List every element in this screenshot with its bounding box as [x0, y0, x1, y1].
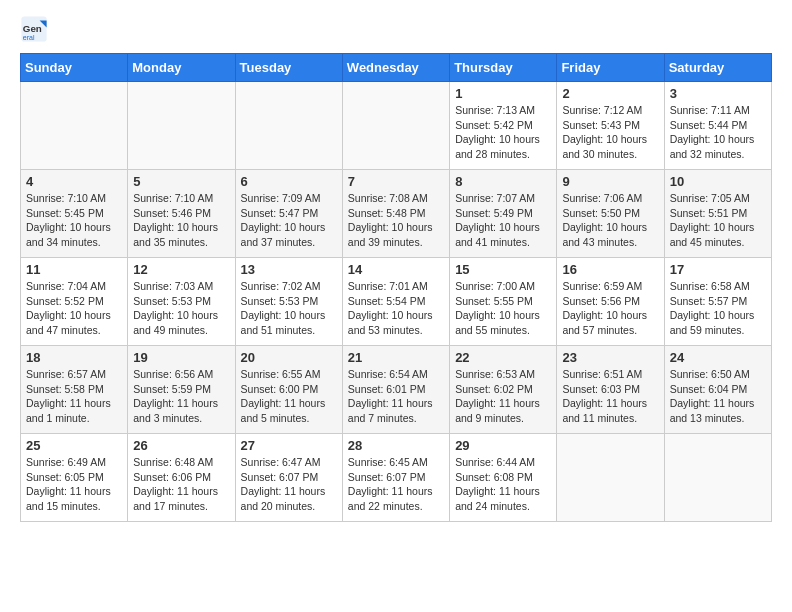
day-info: Sunrise: 7:07 AMSunset: 5:49 PMDaylight:… [455, 191, 551, 250]
day-number: 6 [241, 174, 337, 189]
calendar-cell [21, 82, 128, 170]
day-info: Sunrise: 7:01 AMSunset: 5:54 PMDaylight:… [348, 279, 444, 338]
day-info: Sunrise: 7:09 AMSunset: 5:47 PMDaylight:… [241, 191, 337, 250]
svg-text:Gen: Gen [23, 23, 42, 34]
day-info: Sunrise: 6:45 AMSunset: 6:07 PMDaylight:… [348, 455, 444, 514]
day-info: Sunrise: 7:13 AMSunset: 5:42 PMDaylight:… [455, 103, 551, 162]
calendar-cell: 16Sunrise: 6:59 AMSunset: 5:56 PMDayligh… [557, 258, 664, 346]
day-info: Sunrise: 6:49 AMSunset: 6:05 PMDaylight:… [26, 455, 122, 514]
calendar-cell: 15Sunrise: 7:00 AMSunset: 5:55 PMDayligh… [450, 258, 557, 346]
day-number: 22 [455, 350, 551, 365]
logo: Gen eral [20, 15, 52, 43]
day-info: Sunrise: 7:10 AMSunset: 5:45 PMDaylight:… [26, 191, 122, 250]
calendar-cell: 25Sunrise: 6:49 AMSunset: 6:05 PMDayligh… [21, 434, 128, 522]
day-info: Sunrise: 6:47 AMSunset: 6:07 PMDaylight:… [241, 455, 337, 514]
calendar-cell: 2Sunrise: 7:12 AMSunset: 5:43 PMDaylight… [557, 82, 664, 170]
day-number: 23 [562, 350, 658, 365]
calendar-cell: 21Sunrise: 6:54 AMSunset: 6:01 PMDayligh… [342, 346, 449, 434]
day-info: Sunrise: 6:59 AMSunset: 5:56 PMDaylight:… [562, 279, 658, 338]
day-number: 27 [241, 438, 337, 453]
calendar-cell: 7Sunrise: 7:08 AMSunset: 5:48 PMDaylight… [342, 170, 449, 258]
svg-text:eral: eral [23, 34, 35, 41]
day-info: Sunrise: 7:06 AMSunset: 5:50 PMDaylight:… [562, 191, 658, 250]
day-number: 19 [133, 350, 229, 365]
calendar-week-row: 4Sunrise: 7:10 AMSunset: 5:45 PMDaylight… [21, 170, 772, 258]
column-header-tuesday: Tuesday [235, 54, 342, 82]
calendar-cell: 22Sunrise: 6:53 AMSunset: 6:02 PMDayligh… [450, 346, 557, 434]
day-number: 25 [26, 438, 122, 453]
day-info: Sunrise: 7:08 AMSunset: 5:48 PMDaylight:… [348, 191, 444, 250]
day-number: 15 [455, 262, 551, 277]
column-header-wednesday: Wednesday [342, 54, 449, 82]
day-number: 21 [348, 350, 444, 365]
day-number: 17 [670, 262, 766, 277]
calendar-cell: 27Sunrise: 6:47 AMSunset: 6:07 PMDayligh… [235, 434, 342, 522]
calendar-week-row: 1Sunrise: 7:13 AMSunset: 5:42 PMDaylight… [21, 82, 772, 170]
day-number: 3 [670, 86, 766, 101]
calendar-cell [557, 434, 664, 522]
day-number: 29 [455, 438, 551, 453]
calendar-cell: 1Sunrise: 7:13 AMSunset: 5:42 PMDaylight… [450, 82, 557, 170]
page-header: Gen eral [20, 15, 772, 43]
calendar-table: SundayMondayTuesdayWednesdayThursdayFrid… [20, 53, 772, 522]
day-info: Sunrise: 6:44 AMSunset: 6:08 PMDaylight:… [455, 455, 551, 514]
calendar-cell: 9Sunrise: 7:06 AMSunset: 5:50 PMDaylight… [557, 170, 664, 258]
calendar-cell: 13Sunrise: 7:02 AMSunset: 5:53 PMDayligh… [235, 258, 342, 346]
calendar-cell: 29Sunrise: 6:44 AMSunset: 6:08 PMDayligh… [450, 434, 557, 522]
calendar-cell: 12Sunrise: 7:03 AMSunset: 5:53 PMDayligh… [128, 258, 235, 346]
day-info: Sunrise: 6:57 AMSunset: 5:58 PMDaylight:… [26, 367, 122, 426]
calendar-cell [342, 82, 449, 170]
column-header-saturday: Saturday [664, 54, 771, 82]
day-info: Sunrise: 6:56 AMSunset: 5:59 PMDaylight:… [133, 367, 229, 426]
day-number: 2 [562, 86, 658, 101]
day-number: 14 [348, 262, 444, 277]
day-info: Sunrise: 6:55 AMSunset: 6:00 PMDaylight:… [241, 367, 337, 426]
day-info: Sunrise: 7:03 AMSunset: 5:53 PMDaylight:… [133, 279, 229, 338]
calendar-cell: 26Sunrise: 6:48 AMSunset: 6:06 PMDayligh… [128, 434, 235, 522]
day-info: Sunrise: 6:58 AMSunset: 5:57 PMDaylight:… [670, 279, 766, 338]
day-info: Sunrise: 7:11 AMSunset: 5:44 PMDaylight:… [670, 103, 766, 162]
day-info: Sunrise: 6:54 AMSunset: 6:01 PMDaylight:… [348, 367, 444, 426]
day-info: Sunrise: 7:00 AMSunset: 5:55 PMDaylight:… [455, 279, 551, 338]
day-number: 28 [348, 438, 444, 453]
calendar-cell: 24Sunrise: 6:50 AMSunset: 6:04 PMDayligh… [664, 346, 771, 434]
calendar-cell: 4Sunrise: 7:10 AMSunset: 5:45 PMDaylight… [21, 170, 128, 258]
calendar-week-row: 11Sunrise: 7:04 AMSunset: 5:52 PMDayligh… [21, 258, 772, 346]
calendar-cell [128, 82, 235, 170]
logo-icon: Gen eral [20, 15, 48, 43]
day-number: 20 [241, 350, 337, 365]
calendar-cell [664, 434, 771, 522]
day-number: 26 [133, 438, 229, 453]
day-number: 9 [562, 174, 658, 189]
calendar-cell: 10Sunrise: 7:05 AMSunset: 5:51 PMDayligh… [664, 170, 771, 258]
calendar-cell: 8Sunrise: 7:07 AMSunset: 5:49 PMDaylight… [450, 170, 557, 258]
day-number: 11 [26, 262, 122, 277]
day-number: 16 [562, 262, 658, 277]
calendar-week-row: 18Sunrise: 6:57 AMSunset: 5:58 PMDayligh… [21, 346, 772, 434]
calendar-cell: 23Sunrise: 6:51 AMSunset: 6:03 PMDayligh… [557, 346, 664, 434]
day-info: Sunrise: 6:53 AMSunset: 6:02 PMDaylight:… [455, 367, 551, 426]
calendar-cell: 28Sunrise: 6:45 AMSunset: 6:07 PMDayligh… [342, 434, 449, 522]
calendar-cell: 17Sunrise: 6:58 AMSunset: 5:57 PMDayligh… [664, 258, 771, 346]
day-number: 1 [455, 86, 551, 101]
calendar-cell: 18Sunrise: 6:57 AMSunset: 5:58 PMDayligh… [21, 346, 128, 434]
day-number: 5 [133, 174, 229, 189]
day-number: 12 [133, 262, 229, 277]
calendar-week-row: 25Sunrise: 6:49 AMSunset: 6:05 PMDayligh… [21, 434, 772, 522]
calendar-cell: 3Sunrise: 7:11 AMSunset: 5:44 PMDaylight… [664, 82, 771, 170]
column-header-monday: Monday [128, 54, 235, 82]
day-info: Sunrise: 6:51 AMSunset: 6:03 PMDaylight:… [562, 367, 658, 426]
calendar-header-row: SundayMondayTuesdayWednesdayThursdayFrid… [21, 54, 772, 82]
calendar-cell: 6Sunrise: 7:09 AMSunset: 5:47 PMDaylight… [235, 170, 342, 258]
day-number: 24 [670, 350, 766, 365]
day-info: Sunrise: 6:48 AMSunset: 6:06 PMDaylight:… [133, 455, 229, 514]
day-info: Sunrise: 7:10 AMSunset: 5:46 PMDaylight:… [133, 191, 229, 250]
day-info: Sunrise: 7:02 AMSunset: 5:53 PMDaylight:… [241, 279, 337, 338]
calendar-cell: 19Sunrise: 6:56 AMSunset: 5:59 PMDayligh… [128, 346, 235, 434]
day-info: Sunrise: 7:05 AMSunset: 5:51 PMDaylight:… [670, 191, 766, 250]
day-info: Sunrise: 7:04 AMSunset: 5:52 PMDaylight:… [26, 279, 122, 338]
column-header-thursday: Thursday [450, 54, 557, 82]
day-info: Sunrise: 6:50 AMSunset: 6:04 PMDaylight:… [670, 367, 766, 426]
column-header-friday: Friday [557, 54, 664, 82]
day-number: 13 [241, 262, 337, 277]
